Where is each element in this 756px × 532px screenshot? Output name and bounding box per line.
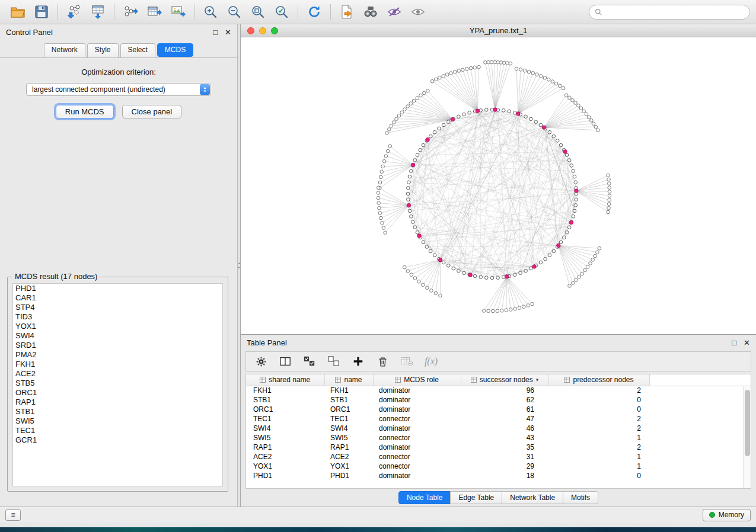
network-node[interactable] (572, 215, 575, 219)
network-node[interactable] (552, 134, 556, 138)
network-node[interactable] (574, 204, 578, 207)
network-edge[interactable] (430, 110, 486, 251)
network-node[interactable] (535, 73, 539, 76)
criterion-select[interactable]: largest connected component (undirected)… (26, 83, 211, 96)
network-node[interactable] (381, 165, 385, 168)
run-mcds-button[interactable]: Run MCDS (56, 105, 114, 118)
network-node[interactable] (551, 80, 554, 84)
hide-selected-button[interactable] (382, 2, 406, 21)
cell-successor-nodes[interactable]: 96 (461, 386, 548, 395)
mcds-result-item[interactable]: TEC1 (13, 426, 222, 435)
network-node[interactable] (598, 246, 601, 250)
dominator-node[interactable] (516, 112, 520, 116)
network-node[interactable] (548, 254, 551, 257)
cell-name[interactable]: YOX1 (324, 462, 373, 471)
network-node[interactable] (529, 267, 533, 270)
mcds-result-item[interactable]: PMA2 (13, 350, 222, 360)
network-edge[interactable] (383, 165, 413, 166)
network-node[interactable] (529, 117, 533, 121)
table-row[interactable]: TEC1TEC1connector472 (246, 414, 751, 424)
network-node[interactable] (442, 75, 445, 78)
network-node[interactable] (392, 121, 395, 124)
network-node[interactable] (457, 115, 461, 118)
cell-name[interactable]: TEC1 (324, 414, 373, 424)
network-node[interactable] (410, 169, 413, 173)
network-node[interactable] (607, 178, 611, 181)
network-node[interactable] (544, 257, 547, 261)
network-node[interactable] (387, 128, 391, 132)
float-panel-icon[interactable]: □ (213, 28, 218, 36)
cell-mcds-role[interactable]: dominator (373, 405, 461, 414)
network-node[interactable] (406, 192, 410, 196)
cell-shared-name[interactable]: PHD1 (246, 471, 324, 480)
network-node[interactable] (592, 122, 595, 126)
cell-shared-name[interactable]: ACE2 (246, 452, 324, 462)
tab-network[interactable]: Network (44, 43, 85, 57)
network-node[interactable] (379, 175, 382, 179)
cell-successor-nodes[interactable]: 29 (461, 462, 548, 471)
cell-successor-nodes[interactable]: 43 (461, 433, 548, 443)
global-search[interactable] (589, 5, 750, 20)
network-node[interactable] (565, 231, 569, 235)
mcds-result-item[interactable]: FKH1 (13, 360, 222, 369)
network-node[interactable] (409, 102, 413, 105)
tab-motifs[interactable]: Motifs (563, 491, 598, 504)
network-node[interactable] (433, 130, 436, 134)
cell-name[interactable]: SWI5 (324, 433, 373, 443)
cell-predecessor-nodes[interactable]: 1 (548, 433, 649, 443)
network-node[interactable] (534, 120, 538, 124)
zoom-fit-button[interactable] (246, 2, 270, 21)
dominator-node[interactable] (557, 243, 560, 247)
zoom-in-button[interactable] (199, 2, 222, 21)
network-node[interactable] (586, 265, 589, 269)
export-table-button[interactable] (142, 2, 166, 21)
network-node[interactable] (442, 261, 445, 264)
network-node[interactable] (457, 269, 461, 273)
network-node[interactable] (380, 170, 384, 174)
close-panel-button[interactable]: Close panel (122, 105, 182, 118)
network-node[interactable] (519, 271, 522, 275)
apply-layout-button[interactable] (302, 2, 326, 21)
network-node[interactable] (513, 273, 517, 277)
network-node[interactable] (490, 276, 494, 280)
network-node[interactable] (579, 107, 583, 110)
cell-mcds-role[interactable]: dominator (373, 395, 461, 405)
network-edge[interactable] (390, 146, 413, 165)
dominator-node[interactable] (563, 150, 567, 153)
network-node[interactable] (567, 226, 571, 229)
network-node[interactable] (575, 198, 578, 201)
network-node[interactable] (410, 273, 413, 277)
network-node[interactable] (509, 308, 513, 312)
network-node[interactable] (484, 61, 487, 65)
cell-successor-nodes[interactable]: 35 (461, 443, 548, 452)
cell-mcds-role[interactable]: dominator (373, 471, 461, 480)
network-node[interactable] (461, 68, 465, 72)
network-node[interactable] (407, 187, 410, 190)
sort-indicator-icon[interactable]: ▾ (536, 377, 539, 383)
network-node[interactable] (571, 281, 575, 285)
network-node[interactable] (400, 111, 404, 114)
network-edge[interactable] (415, 120, 453, 161)
table-row[interactable]: ACE2ACE2connector311 (246, 452, 751, 462)
network-edge[interactable] (412, 260, 441, 275)
network-node[interactable] (575, 278, 578, 282)
network-edge[interactable] (518, 76, 541, 114)
cell-mcds-role[interactable]: dominator (373, 443, 461, 452)
network-node[interactable] (559, 241, 563, 244)
network-node[interactable] (570, 164, 573, 168)
network-node[interactable] (416, 231, 419, 235)
network-node[interactable] (407, 181, 411, 184)
network-node[interactable] (378, 211, 382, 215)
cell-successor-nodes[interactable]: 62 (461, 395, 548, 405)
network-node[interactable] (406, 105, 410, 108)
table-row[interactable]: STB1STB1dominator620 (246, 395, 751, 405)
network-node[interactable] (377, 191, 380, 195)
network-node[interactable] (607, 203, 611, 206)
network-edge[interactable] (518, 69, 521, 113)
network-node[interactable] (417, 280, 421, 284)
status-menu-button[interactable]: ≡ (5, 509, 21, 521)
network-node[interactable] (422, 283, 425, 287)
mcds-result-list[interactable]: PHD1CAR1STP4TID3YOX1SWI4SRD1PMA2FKH1ACE2… (12, 283, 223, 486)
column-panel-button[interactable] (277, 354, 293, 369)
mcds-result-item[interactable]: ORC1 (13, 388, 222, 398)
